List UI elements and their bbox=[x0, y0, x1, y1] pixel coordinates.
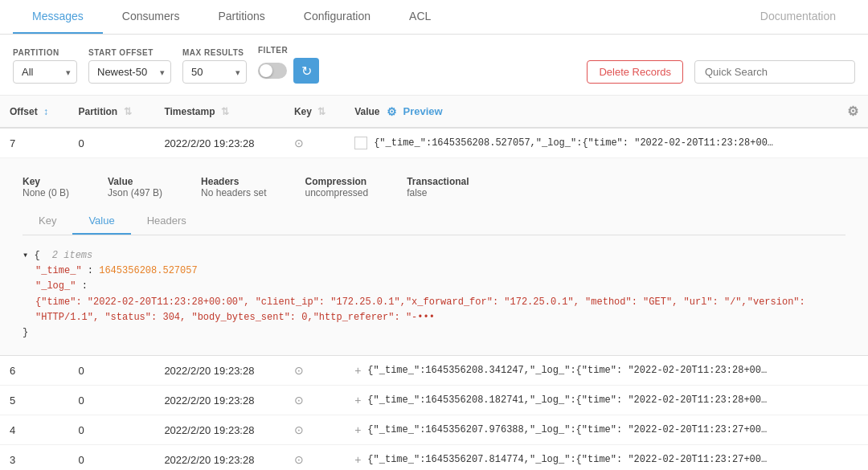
table-header-row: Offset ↕ Partition ⇅ Timestamp ⇅ Key ⇅ V… bbox=[0, 96, 868, 128]
json-open: ▾ { 2 items bbox=[23, 248, 845, 264]
timestamp-cell: 2022/2/20 19:23:28 bbox=[154, 356, 285, 386]
tab-configuration[interactable]: Configuration bbox=[285, 0, 390, 34]
json-log-value-1: {"time": "2022-02-20T11:23:28+00:00", "c… bbox=[35, 295, 845, 310]
partition-select[interactable]: All 0 1 2 bbox=[13, 60, 77, 84]
col-partition-label: Partition bbox=[79, 106, 118, 117]
plus-icon: + bbox=[354, 394, 361, 407]
key-cell: ⊙ bbox=[285, 356, 345, 386]
meta-value-value: Json (497 B) bbox=[108, 187, 162, 198]
partition-field-group: PARTITION All 0 1 2 bbox=[13, 48, 77, 84]
partition-select-wrapper[interactable]: All 0 1 2 bbox=[13, 60, 77, 84]
start-offset-field-group: START OFFSET Newest-50 Oldest Custom bbox=[88, 48, 171, 84]
col-key[interactable]: Key ⇅ bbox=[285, 96, 345, 128]
expanded-content: Key None (0 B) Value Json (497 B) Header… bbox=[0, 158, 868, 356]
value-cell: {"_time_":1645356208.527057,"_log_":{"ti… bbox=[345, 129, 868, 157]
partition-cell: 0 bbox=[69, 386, 155, 415]
value-cell: + {"_time_":1645356208.182741,"_log_":{"… bbox=[345, 386, 868, 415]
filter-label: FILTER bbox=[258, 46, 319, 55]
table-row[interactable]: 3 0 2022/2/20 19:23:28 ⊙ + {"_time_":164… bbox=[0, 445, 868, 470]
sub-tab-value[interactable]: Value bbox=[72, 208, 130, 235]
sort-key-icon: ⇅ bbox=[317, 106, 326, 117]
settings-icon[interactable]: ⚙ bbox=[847, 104, 858, 119]
filter-toggle[interactable] bbox=[258, 63, 287, 79]
col-value: Value ⚙ Preview ⚙ bbox=[345, 96, 868, 127]
value-cell: + {"_time_":1645356207.976388,"_log_":{"… bbox=[345, 415, 868, 444]
value-cell: + {"_time_":1645356208.341247,"_log_":{"… bbox=[345, 356, 868, 385]
meta-headers-label: Headers bbox=[201, 176, 266, 187]
circle-check-icon: ⊙ bbox=[294, 423, 304, 436]
meta-headers-value: No headers set bbox=[201, 187, 266, 198]
tab-consumers[interactable]: Consumers bbox=[103, 0, 199, 34]
max-results-label: MAX RESULTS bbox=[182, 48, 247, 57]
partition-cell: 0 bbox=[69, 445, 155, 470]
start-offset-select-wrapper[interactable]: Newest-50 Oldest Custom bbox=[88, 60, 171, 84]
value-text: {"_time_":1645356208.527057,"_log_":{"ti… bbox=[374, 137, 776, 149]
meta-value: Value Json (497 B) bbox=[108, 176, 162, 198]
json-time-line: "_time_" : 1645356208.527057 bbox=[35, 264, 845, 279]
quick-search-input[interactable] bbox=[694, 60, 855, 84]
circle-check-icon: ⊙ bbox=[294, 137, 304, 149]
offset-cell: 3 bbox=[0, 445, 69, 470]
circle-check-icon: ⊙ bbox=[294, 364, 304, 377]
json-viewer: ▾ { 2 items "_time_" : 1645356208.527057… bbox=[23, 242, 845, 347]
sort-timestamp-icon: ⇅ bbox=[221, 106, 229, 117]
meta-transactional: Transactional false bbox=[407, 176, 469, 198]
key-cell: ⊙ bbox=[285, 445, 345, 470]
value-text: {"_time_":1645356208.341247,"_log_":{"ti… bbox=[367, 365, 769, 376]
tab-partitions[interactable]: Partitions bbox=[199, 0, 284, 34]
tab-documentation[interactable]: Documentation bbox=[741, 0, 855, 34]
timestamp-cell: 2022/2/20 19:23:28 bbox=[154, 386, 285, 415]
meta-compression: Compression uncompressed bbox=[305, 176, 368, 198]
key-cell: ⊙ bbox=[285, 415, 345, 445]
meta-key: Key None (0 B) bbox=[23, 176, 69, 198]
expanded-row: Key None (0 B) Value Json (497 B) Header… bbox=[0, 158, 868, 356]
refresh-button[interactable]: ↻ bbox=[293, 58, 319, 84]
sub-tabs: Key Value Headers bbox=[23, 208, 845, 235]
key-cell: ⊙ bbox=[285, 386, 345, 415]
value-text: {"_time_":1645356207.814774,"_log_":{"ti… bbox=[367, 454, 769, 465]
offset-cell: 7 bbox=[0, 128, 69, 158]
delete-records-button[interactable]: Delete Records bbox=[587, 60, 683, 84]
table-container: Offset ↕ Partition ⇅ Timestamp ⇅ Key ⇅ V… bbox=[0, 96, 868, 470]
key-cell: ⊙ bbox=[285, 128, 345, 158]
table-row[interactable]: 5 0 2022/2/20 19:23:28 ⊙ + {"_time_":164… bbox=[0, 386, 868, 415]
col-value-label: Value bbox=[354, 106, 379, 117]
table-row[interactable]: 6 0 2022/2/20 19:23:28 ⊙ + {"_time_":164… bbox=[0, 356, 868, 386]
table-row[interactable]: 7 0 2022/2/20 19:23:28 ⊙ {"_time_":16453… bbox=[0, 128, 868, 158]
partition-cell: 0 bbox=[69, 356, 155, 386]
circle-check-icon: ⊙ bbox=[294, 394, 304, 407]
col-offset-label: Offset bbox=[10, 106, 38, 117]
start-offset-select[interactable]: Newest-50 Oldest Custom bbox=[88, 60, 171, 84]
table-row[interactable]: 4 0 2022/2/20 19:23:28 ⊙ + {"_time_":164… bbox=[0, 415, 868, 445]
toggle-knob bbox=[260, 64, 272, 77]
offset-cell: 6 bbox=[0, 356, 69, 386]
value-text: {"_time_":1645356207.976388,"_log_":{"ti… bbox=[367, 424, 769, 435]
plus-icon: + bbox=[354, 453, 361, 466]
preview-link[interactable]: Preview bbox=[403, 105, 443, 117]
meta-key-label: Key bbox=[23, 176, 69, 187]
plus-icon: + bbox=[354, 364, 361, 377]
row-checkbox[interactable] bbox=[354, 137, 367, 149]
plus-icon: + bbox=[354, 423, 361, 436]
timestamp-cell: 2022/2/20 19:23:28 bbox=[154, 445, 285, 470]
partition-cell: 0 bbox=[69, 128, 155, 158]
meta-compression-value: uncompressed bbox=[305, 187, 368, 198]
sub-tab-key[interactable]: Key bbox=[23, 208, 72, 235]
sub-tab-headers[interactable]: Headers bbox=[131, 208, 203, 235]
tab-acl[interactable]: ACL bbox=[390, 0, 450, 34]
meta-headers: Headers No headers set bbox=[201, 176, 266, 198]
max-results-select[interactable]: 10 25 50 100 250 bbox=[182, 60, 247, 84]
json-log-line: "_log_" : bbox=[35, 279, 845, 294]
max-results-select-wrapper[interactable]: 10 25 50 100 250 bbox=[182, 60, 247, 84]
offset-cell: 5 bbox=[0, 386, 69, 415]
max-results-field-group: MAX RESULTS 10 25 50 100 250 bbox=[182, 48, 247, 84]
filter-field-group: FILTER ↻ bbox=[258, 46, 319, 84]
meta-compression-label: Compression bbox=[305, 176, 368, 187]
col-offset[interactable]: Offset ↕ bbox=[0, 96, 69, 128]
col-partition[interactable]: Partition ⇅ bbox=[69, 96, 155, 128]
tab-messages[interactable]: Messages bbox=[13, 0, 103, 34]
circle-check-icon: ⊙ bbox=[294, 453, 304, 466]
col-timestamp-label: Timestamp bbox=[164, 106, 215, 117]
sort-partition-icon: ⇅ bbox=[124, 106, 132, 117]
col-timestamp[interactable]: Timestamp ⇅ bbox=[154, 96, 285, 128]
